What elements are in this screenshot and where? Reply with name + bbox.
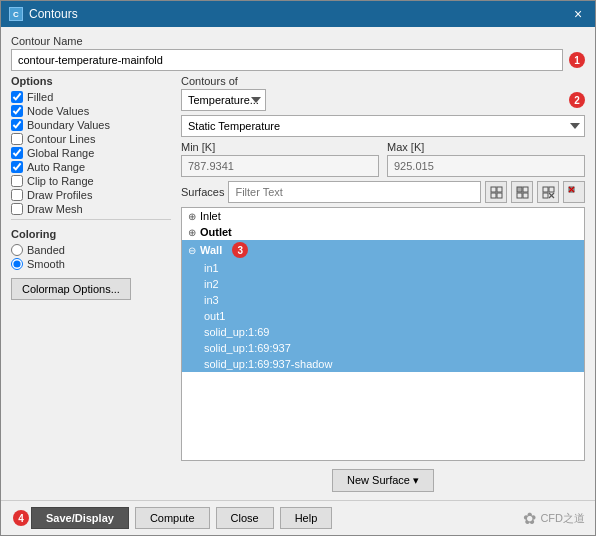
contour-name-label: Contour Name [11,35,585,47]
svg-rect-2 [491,193,496,198]
contours-of-dropdown1[interactable]: Temperature... [181,89,266,111]
option-draw-mesh[interactable]: Draw Mesh [11,203,171,215]
contours-of-label: Contours of [181,75,585,87]
contour-name-input[interactable] [11,49,563,71]
list-item-outlet-label: Outlet [200,226,232,238]
option-filled[interactable]: Filled [11,91,171,103]
option-filled-label: Filled [27,91,53,103]
surfaces-filter-input[interactable] [228,181,481,203]
filter-select-icon-btn[interactable] [511,181,533,203]
coloring-banded-label: Banded [27,244,65,256]
option-node-values[interactable]: Node Values [11,105,171,117]
badge-1: 1 [569,52,585,68]
watermark-text: CFD之道 [540,511,585,526]
list-item-in2-label: in2 [204,278,219,290]
list-item-solid-up-169[interactable]: solid_up:1:69 [182,324,584,340]
surfaces-label: Surfaces [181,186,224,198]
expand-icon-inlet: ⊕ [188,211,196,222]
min-group: Min [K] [181,141,379,177]
app-icon: C [9,7,23,21]
list-item-in3[interactable]: in3 [182,292,584,308]
select-icon [516,186,529,199]
svg-rect-7 [523,193,528,198]
watermark: ✿ CFD之道 [523,509,585,528]
main-window: C Contours × Contour Name 1 Options Fi [0,0,596,536]
list-item-solid-up-169937-shadow[interactable]: solid_up:1:69:937-shadow [182,356,584,372]
titlebar: C Contours × [1,1,595,27]
max-input[interactable] [387,155,585,177]
action-buttons: 4 Save/Display Compute Close Help [11,507,332,529]
list-item-in2[interactable]: in2 [182,276,584,292]
svg-rect-0 [491,187,496,192]
compute-button[interactable]: Compute [135,507,210,529]
max-group: Max [K] [387,141,585,177]
main-row: Options Filled Node Values Boundary Valu… [11,75,585,492]
colormap-options-button[interactable]: Colormap Options... [11,278,131,300]
option-draw-mesh-label: Draw Mesh [27,203,83,215]
list-item-in1-label: in1 [204,262,219,274]
list-item-out1-label: out1 [204,310,225,322]
list-item-solid-up-169937[interactable]: solid_up:1:69:937 [182,340,584,356]
list-item-solid-up-169937-shadow-label: solid_up:1:69:937-shadow [204,358,332,370]
window-title: Contours [29,7,78,21]
coloring-smooth[interactable]: Smooth [11,258,171,270]
badge-3: 3 [232,242,248,258]
option-global-range-label: Global Range [27,147,94,159]
list-item-out1[interactable]: out1 [182,308,584,324]
options-group: Filled Node Values Boundary Values Conto… [11,91,171,215]
badge-2: 2 [569,92,585,108]
option-draw-profiles[interactable]: Draw Profiles [11,189,171,201]
option-contour-lines[interactable]: Contour Lines [11,133,171,145]
option-boundary-values-label: Boundary Values [27,119,110,131]
svg-rect-9 [549,187,554,192]
bottom-bar: 4 Save/Display Compute Close Help ✿ CFD之… [1,500,595,535]
list-item-inlet[interactable]: ⊕ Inlet [182,208,584,224]
coloring-banded[interactable]: Banded [11,244,171,256]
coloring-section: Coloring Banded Smooth Colormap Options.… [11,228,171,300]
close-button[interactable]: Close [216,507,274,529]
svg-rect-4 [517,187,522,192]
list-item-wall[interactable]: ⊖ Wall 3 [182,240,584,260]
svg-rect-8 [543,187,548,192]
coloring-divider [11,219,171,220]
svg-rect-5 [523,187,528,192]
option-auto-range[interactable]: Auto Range [11,161,171,173]
option-clip-to-range-label: Clip to Range [27,175,94,187]
contour-name-section: Contour Name 1 [11,35,585,71]
min-input[interactable] [181,155,379,177]
min-label: Min [K] [181,141,379,153]
save-display-button[interactable]: Save/Display [31,507,129,529]
filter-deselect-icon-btn[interactable] [563,181,585,203]
surfaces-list[interactable]: ⊕ Inlet ⊕ Outlet ⊖ Wall [181,207,585,461]
minmax-row: Min [K] Max [K] [181,141,585,177]
filter-deselect-all-icon-btn[interactable] [537,181,559,203]
svg-rect-10 [543,193,548,198]
max-label: Max [K] [387,141,585,153]
option-clip-to-range[interactable]: Clip to Range [11,175,171,187]
surfaces-filter-row: Surfaces [181,181,585,203]
option-global-range[interactable]: Global Range [11,147,171,159]
coloring-title: Coloring [11,228,171,240]
new-surface-row: New Surface ▾ [181,469,585,492]
coloring-smooth-label: Smooth [27,258,65,270]
main-content: Contour Name 1 Options Filled Node Valu [1,27,595,500]
new-surface-button[interactable]: New Surface ▾ [332,469,434,492]
filter-select-all-icon-btn[interactable] [485,181,507,203]
deselect-icon [568,186,581,199]
list-item-solid-up-169937-label: solid_up:1:69:937 [204,342,291,354]
option-draw-profiles-label: Draw Profiles [27,189,92,201]
list-item-outlet[interactable]: ⊕ Outlet [182,224,584,240]
deselect-all-icon [542,186,555,199]
option-boundary-values[interactable]: Boundary Values [11,119,171,131]
expand-icon-outlet: ⊕ [188,227,196,238]
option-contour-lines-label: Contour Lines [27,133,96,145]
close-window-button[interactable]: × [569,5,587,23]
contours-of-dropdown2[interactable]: Static Temperature [181,115,585,137]
help-button[interactable]: Help [280,507,333,529]
badge-4: 4 [13,510,29,526]
options-title: Options [11,75,171,87]
list-item-in3-label: in3 [204,294,219,306]
option-auto-range-label: Auto Range [27,161,85,173]
list-item-in1[interactable]: in1 [182,260,584,276]
list-item-solid-up-169-label: solid_up:1:69 [204,326,269,338]
